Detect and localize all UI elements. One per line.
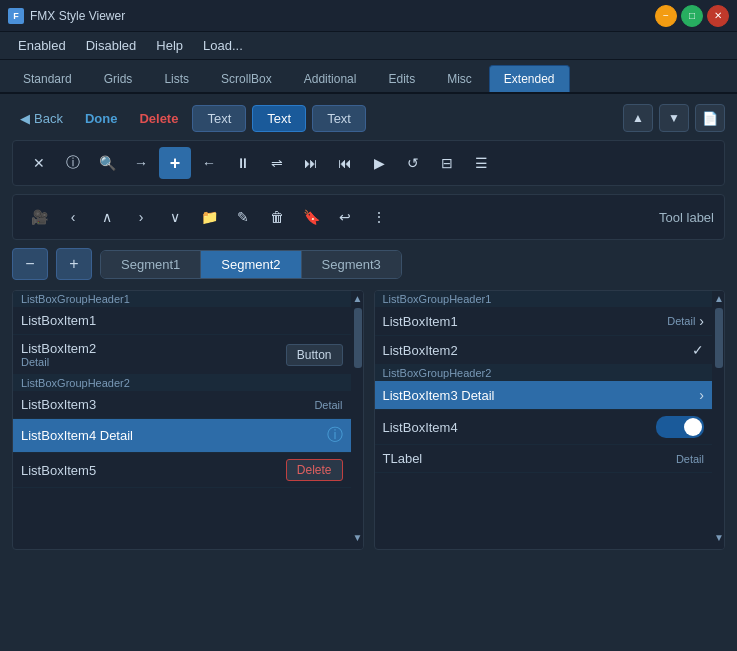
- back-button[interactable]: ◀ Back: [12, 107, 71, 130]
- edit-icon-btn[interactable]: ✎: [227, 201, 259, 233]
- back-arrow-icon: ◀: [20, 111, 30, 126]
- tab-standard[interactable]: Standard: [8, 65, 87, 92]
- menu-enabled[interactable]: Enabled: [8, 34, 76, 57]
- main-content: ◀ Back Done Delete Text Text Text ▲ ▼ 📄 …: [0, 94, 737, 560]
- folder-icon-btn[interactable]: 📁: [193, 201, 225, 233]
- lb-right-scroll-down[interactable]: ▼: [715, 530, 723, 545]
- down-icon-btn[interactable]: ∨: [159, 201, 191, 233]
- lb-right-group2-header: ListBoxGroupHeader2: [375, 365, 713, 381]
- tab-extended[interactable]: Extended: [489, 65, 570, 92]
- maximize-button[interactable]: □: [681, 5, 703, 27]
- lb-right-item-2[interactable]: ListBoxItem2 ✓: [375, 336, 713, 365]
- menu-disabled[interactable]: Disabled: [76, 34, 147, 57]
- listbox-left: ListBoxGroupHeader1 ListBoxItem1 ListBox…: [12, 290, 364, 550]
- segment-3[interactable]: Segment3: [302, 251, 401, 278]
- segment-plus-button[interactable]: +: [56, 248, 92, 280]
- lb-right-item-2-content: ListBoxItem2: [383, 343, 458, 358]
- menu-load[interactable]: Load...: [193, 34, 253, 57]
- lb-right-item-3-label: ListBoxItem3 Detail: [383, 388, 495, 403]
- tab-misc[interactable]: Misc: [432, 65, 487, 92]
- lb-right-item-4-toggle[interactable]: [656, 416, 704, 438]
- lb-right-item-2-check-icon: ✓: [692, 342, 704, 358]
- lb-left-item-2-detail: Detail: [21, 356, 96, 368]
- listbox-left-inner: ListBoxGroupHeader1 ListBoxItem1 ListBox…: [13, 291, 351, 549]
- delete-button[interactable]: Delete: [131, 107, 186, 130]
- listboxes-row: ListBoxGroupHeader1 ListBoxItem1 ListBox…: [12, 290, 725, 550]
- tab-lists[interactable]: Lists: [149, 65, 204, 92]
- up-arrow-button[interactable]: ▲: [623, 104, 653, 132]
- lb-left-item-5[interactable]: ListBoxItem5 Delete: [13, 453, 351, 488]
- skip-prev-icon-btn[interactable]: ⏮: [329, 147, 361, 179]
- lb-right-item-1[interactable]: ListBoxItem1 Detail ›: [375, 307, 713, 336]
- lb-left-item-2-button[interactable]: Button: [286, 344, 343, 366]
- lb-left-item-4[interactable]: ListBoxItem4 Detail ⓘ: [13, 419, 351, 453]
- more-icon-btn[interactable]: ⋮: [363, 201, 395, 233]
- lb-right-item-3[interactable]: ListBoxItem3 Detail ›: [375, 381, 713, 410]
- lb-right-scroll-thumb[interactable]: [715, 308, 723, 368]
- lb-left-item-1[interactable]: ListBoxItem1: [13, 307, 351, 335]
- plus-icon-btn[interactable]: +: [159, 147, 191, 179]
- up-icon-btn[interactable]: ∧: [91, 201, 123, 233]
- refresh-icon-btn[interactable]: ↺: [397, 147, 429, 179]
- lb-left-scrollbar[interactable]: ▲ ▼: [353, 291, 363, 549]
- lb-left-item-4-info-icon[interactable]: ⓘ: [327, 425, 343, 446]
- menu-help[interactable]: Help: [146, 34, 193, 57]
- segment-minus-button[interactable]: −: [12, 248, 48, 280]
- tab-edits[interactable]: Edits: [373, 65, 430, 92]
- lb-left-item-2[interactable]: ListBoxItem2 Detail Button: [13, 335, 351, 375]
- text-button-3[interactable]: Text: [312, 105, 366, 132]
- lb-left-scroll-down[interactable]: ▼: [354, 530, 362, 545]
- app-icon: F: [8, 8, 24, 24]
- done-button[interactable]: Done: [77, 107, 126, 130]
- lb-right-group1-header: ListBoxGroupHeader1: [375, 291, 713, 307]
- lb-right-scroll-up[interactable]: ▲: [714, 291, 724, 306]
- close-icon-btn[interactable]: ✕: [23, 147, 55, 179]
- close-button[interactable]: ✕: [707, 5, 729, 27]
- lb-left-scroll-up[interactable]: ▲: [353, 291, 363, 306]
- lb-left-item-3-label: ListBoxItem3: [21, 397, 96, 412]
- trash-icon-btn[interactable]: 🗑: [261, 201, 293, 233]
- prev-icon-btn[interactable]: ‹: [57, 201, 89, 233]
- text-button-2[interactable]: Text: [252, 105, 306, 132]
- tab-scrollbox[interactable]: ScrollBox: [206, 65, 287, 92]
- skip-next-icon-btn[interactable]: ⏭: [295, 147, 327, 179]
- camera-icon-btn[interactable]: 🎥: [23, 201, 55, 233]
- undo-icon-btn[interactable]: ↩: [329, 201, 361, 233]
- icon-toolbar-3: 🎥 ‹ ∧ › ∨ 📁 ✎ 🗑 🔖 ↩ ⋮ Tool label: [12, 194, 725, 240]
- lb-right-item-3-chevron-icon: ›: [699, 387, 704, 403]
- info-icon-btn[interactable]: ⓘ: [57, 147, 89, 179]
- title-bar: F FMX Style Viewer − □ ✕: [0, 0, 737, 32]
- menu-icon-btn[interactable]: ☰: [465, 147, 497, 179]
- lb-right-scrollbar[interactable]: ▲ ▼: [714, 291, 724, 549]
- lb-left-item-2-label: ListBoxItem2: [21, 341, 96, 356]
- listbox-right: ListBoxGroupHeader1 ListBoxItem1 Detail …: [374, 290, 726, 550]
- tab-bar: Standard Grids Lists ScrollBox Additiona…: [0, 60, 737, 94]
- export-icon-btn[interactable]: ⊟: [431, 147, 463, 179]
- minimize-button[interactable]: −: [655, 5, 677, 27]
- lb-right-item-1-chevron-icon: ›: [699, 313, 704, 329]
- tab-grids[interactable]: Grids: [89, 65, 148, 92]
- share-icon-btn[interactable]: ⇌: [261, 147, 293, 179]
- lb-left-scroll-thumb[interactable]: [354, 308, 362, 368]
- lb-right-item-4[interactable]: ListBoxItem4: [375, 410, 713, 445]
- search-icon-btn[interactable]: 🔍: [91, 147, 123, 179]
- tab-additional[interactable]: Additional: [289, 65, 372, 92]
- next-icon-btn[interactable]: ›: [125, 201, 157, 233]
- forward-icon-btn[interactable]: →: [125, 147, 157, 179]
- bookmark-icon-btn[interactable]: 🔖: [295, 201, 327, 233]
- lb-left-group1-header: ListBoxGroupHeader1: [13, 291, 351, 307]
- segment-control: Segment1 Segment2 Segment3: [100, 250, 402, 279]
- back-nav-icon-btn[interactable]: ←: [193, 147, 225, 179]
- lb-right-item-4-label: ListBoxItem4: [383, 420, 458, 435]
- lb-right-item-5[interactable]: TLabel Detail: [375, 445, 713, 473]
- segment-2[interactable]: Segment2: [201, 251, 301, 278]
- text-button-1[interactable]: Text: [192, 105, 246, 132]
- lb-left-item-3[interactable]: ListBoxItem3 Detail: [13, 391, 351, 419]
- lb-left-item-5-delete-button[interactable]: Delete: [286, 459, 343, 481]
- menu-bar: Enabled Disabled Help Load...: [0, 32, 737, 60]
- down-arrow-button[interactable]: ▼: [659, 104, 689, 132]
- pause-icon-btn[interactable]: ⏸: [227, 147, 259, 179]
- document-button[interactable]: 📄: [695, 104, 725, 132]
- segment-1[interactable]: Segment1: [101, 251, 201, 278]
- play-icon-btn[interactable]: ▶: [363, 147, 395, 179]
